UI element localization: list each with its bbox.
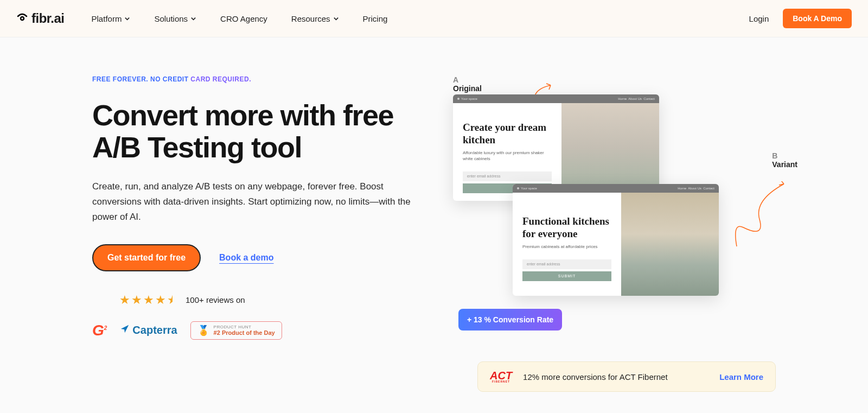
logo-icon xyxy=(16,11,28,26)
get-started-button[interactable]: Get started for free xyxy=(92,244,201,271)
medal-icon: 🏅 xyxy=(197,325,209,336)
mockup-titlebar: Your space Home About Us Contact xyxy=(513,184,719,193)
svg-point-0 xyxy=(21,17,24,20)
mockup-b-input: enter email address xyxy=(522,259,611,269)
hero-heading: Convert more with free A/B Testing tool xyxy=(92,99,420,164)
header-actions: Login Book A Demo xyxy=(749,9,852,28)
producthunt-badge: 🏅 PRODUCT HUNT #2 Product of the Day xyxy=(190,321,282,340)
banner-container: ACT FIBERNET 12% more conversions for AC… xyxy=(0,361,868,413)
hero-text-column: FREE FOREVER. NO CREDIT CARD REQUIRED. C… xyxy=(92,75,420,340)
star-rating-icon: ★★★★★ xyxy=(119,293,178,307)
mockup-variant: Your space Home About Us Contact Functio… xyxy=(513,184,719,296)
arrow-swirl-icon xyxy=(727,181,792,263)
mockup-a-subtext: Affordable luxury with our premium shake… xyxy=(463,150,552,162)
nav-platform[interactable]: Platform xyxy=(92,14,131,23)
act-logo: ACT FIBERNET xyxy=(490,371,512,383)
capterra-badge: Capterra xyxy=(120,324,177,336)
chevron-down-icon xyxy=(124,16,130,22)
variant-a-label: A Original xyxy=(453,75,482,93)
mockup-a-heading: Create your dream kitchen xyxy=(463,122,552,147)
main-nav: Platform Solutions CRO Agency Resources … xyxy=(92,14,388,23)
learn-more-link[interactable]: Learn More xyxy=(719,372,763,382)
hero-section: FREE FOREVER. NO CREDIT CARD REQUIRED. C… xyxy=(0,37,868,361)
nav-cro-agency[interactable]: CRO Agency xyxy=(220,14,267,23)
variant-b-label: B Variant xyxy=(772,151,797,169)
book-demo-link[interactable]: Book a demo xyxy=(219,253,273,263)
hero-tagline: FREE FOREVER. NO CREDIT CARD REQUIRED. xyxy=(92,75,420,83)
mockup-b-subtext: Premium cabineats at affordable prices xyxy=(522,244,611,250)
g2-badge-icon: G2 xyxy=(92,322,107,339)
mockup-b-submit: SUBMIT xyxy=(522,271,611,281)
login-link[interactable]: Login xyxy=(749,14,769,23)
nav-pricing[interactable]: Pricing xyxy=(363,14,388,23)
nav-solutions[interactable]: Solutions xyxy=(154,14,196,23)
conversion-rate-badge: + 13 % Conversion Rate xyxy=(458,309,562,331)
badges-row: G2 Capterra 🏅 PRODUCT HUNT #2 Product of… xyxy=(92,321,420,340)
reviews-count: 100+ reviews on xyxy=(186,295,245,304)
book-demo-button[interactable]: Book A Demo xyxy=(783,9,852,28)
reviews-row: ★★★★★ 100+ reviews on xyxy=(119,293,420,307)
chevron-down-icon xyxy=(190,16,196,22)
brand-name: fibr.ai xyxy=(31,11,65,26)
brand-logo[interactable]: fibr.ai xyxy=(16,11,65,26)
mockup-a-input: enter email address xyxy=(463,171,552,181)
nav-resources[interactable]: Resources xyxy=(291,14,339,23)
capterra-icon xyxy=(120,324,130,336)
mockup-a-image xyxy=(561,103,659,190)
hero-cta-row: Get started for free Book a demo xyxy=(92,244,420,271)
banner-text: 12% more conversions for ACT Fibernet xyxy=(523,372,668,382)
chevron-down-icon xyxy=(333,16,339,22)
hero-preview-column: A Original Your space Home About Us Cont… xyxy=(453,75,781,340)
mockup-b-heading: Functional kitchens for everyone xyxy=(522,215,611,240)
case-study-banner: ACT FIBERNET 12% more conversions for AC… xyxy=(477,361,776,392)
mockup-titlebar: Your space Home About Us Contact xyxy=(453,94,659,103)
hero-description: Create, run, and analyze A/B tests on an… xyxy=(92,179,420,225)
site-header: fibr.ai Platform Solutions CRO Agency Re… xyxy=(0,0,868,37)
mockup-b-image xyxy=(621,193,719,296)
